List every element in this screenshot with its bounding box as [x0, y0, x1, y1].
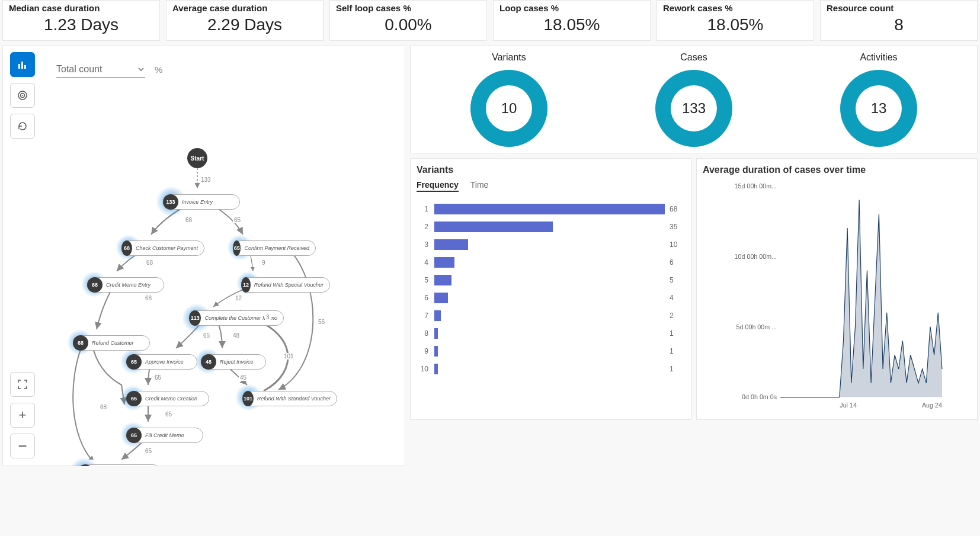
bar-row[interactable]: 5 5	[417, 271, 685, 289]
bar-value: 1	[670, 347, 685, 355]
bar-row[interactable]: 1 68	[417, 200, 685, 218]
kpi-title: Loop cases %	[499, 3, 644, 13]
bar-row[interactable]: 2 35	[417, 218, 685, 236]
donut-chart[interactable]: 133	[655, 70, 732, 147]
edge-label: 101	[283, 353, 295, 360]
donut-value: 133	[682, 100, 706, 117]
minus-icon: −	[18, 437, 27, 455]
svg-rect-2	[24, 65, 26, 69]
bar-value: 1	[670, 365, 685, 373]
edge-label: 45	[239, 374, 248, 381]
bar-value: 1	[670, 329, 685, 338]
svg-text:0d 0h 0m 0s: 0d 0h 0m 0s	[742, 394, 777, 401]
edge-label: 68	[184, 217, 193, 223]
bar-track	[434, 275, 665, 285]
bar-index: 10	[417, 365, 428, 373]
bar-track	[434, 346, 665, 357]
bar-chart-icon	[17, 59, 28, 70]
edge-label: 65	[164, 411, 173, 418]
donut-value: 10	[501, 100, 517, 117]
fullscreen-icon	[18, 380, 27, 389]
refresh-button[interactable]	[10, 114, 35, 139]
edge-label: 68	[144, 295, 153, 301]
edge-label: 68	[99, 404, 108, 410]
bar-row[interactable]: 9 1	[417, 342, 685, 360]
duration-line-chart[interactable]: 0d 0h 0m 0s5d 00h 00m ...10d 00h 00m...1…	[703, 180, 971, 411]
svg-text:10d 00h 00m...: 10d 00h 00m...	[735, 253, 777, 260]
node-reject-invoice[interactable]: 48Reject Invoice	[201, 354, 266, 370]
target-button[interactable]	[10, 83, 35, 108]
bar-value: 4	[670, 294, 685, 302]
donut-variants: Variants 10	[470, 52, 547, 147]
node-confirm-payment-received[interactable]: 65Confirm Payment Received	[233, 240, 316, 256]
tab-frequency[interactable]: Frequency	[417, 180, 459, 192]
target-icon	[17, 90, 28, 101]
process-flow-area[interactable]: Start 133Invoice Entry 68Check Customer …	[44, 82, 399, 460]
kpi-title: Median case duration	[9, 3, 153, 13]
node-approve-invoice[interactable]: 65Approve Invoice	[126, 354, 197, 370]
bar-fill	[434, 346, 438, 357]
node-credit-memo-creation[interactable]: 65Credit Memo Creation	[126, 391, 209, 406]
variants-panel: Variants Frequency Time 1 682 353 104 65…	[410, 158, 691, 420]
kpi-title: Resource count	[827, 3, 971, 13]
bar-row[interactable]: 3 10	[417, 236, 685, 253]
kpi-row: Median case duration 1.23 Days Average c…	[0, 0, 980, 46]
refresh-icon	[17, 121, 28, 131]
node-refund-customer[interactable]: 68Refund Customer	[73, 335, 150, 351]
bar-track	[434, 364, 665, 374]
node-check-customer-payment[interactable]: 68Check Customer Payment	[121, 240, 204, 256]
svg-text:Aug 24: Aug 24	[922, 402, 942, 409]
bar-value: 6	[670, 258, 685, 267]
bar-row[interactable]: 6 4	[417, 289, 685, 307]
zoom-in-button[interactable]: +	[10, 403, 35, 428]
bar-value: 10	[670, 240, 685, 249]
flow-start-node[interactable]: Start	[187, 148, 207, 168]
metric-dropdown[interactable]: Total count	[56, 62, 145, 78]
kpi-card-rework: Rework cases % 18.05%	[656, 0, 814, 41]
kpi-value: 2.29 Days	[172, 15, 317, 34]
bar-row[interactable]: 4 6	[417, 253, 685, 271]
bar-index: 2	[417, 223, 428, 231]
donut-chart[interactable]: 13	[840, 70, 917, 147]
bar-fill	[434, 257, 454, 268]
bar-track	[434, 222, 665, 232]
fullscreen-button[interactable]	[10, 372, 35, 397]
edge-label: 65	[233, 217, 242, 223]
donut-chart[interactable]: 10	[470, 70, 547, 147]
donut-cases: Cases 133	[655, 52, 732, 147]
node-reissuing-invoice[interactable]: 133Re-issuing the invoice	[78, 464, 161, 466]
bar-fill	[434, 328, 438, 339]
node-refund-special-voucher[interactable]: 12Refund With Special Voucher	[241, 277, 330, 293]
percent-toggle[interactable]: %	[155, 65, 162, 75]
zoom-out-button[interactable]: −	[10, 434, 35, 458]
kpi-title: Self loop cases %	[336, 3, 481, 13]
bar-row[interactable]: 8 1	[417, 325, 685, 342]
svg-rect-1	[21, 62, 23, 69]
kpi-card-average: Average case duration 2.29 Days	[166, 0, 324, 41]
node-refund-standard-voucher[interactable]: 101Refund With Standard Voucher	[242, 391, 337, 406]
kpi-card-loop: Loop cases % 18.05%	[493, 0, 651, 41]
variant-bar-chart[interactable]: 1 682 353 104 65 56 47 28 19 110 1	[417, 200, 685, 378]
bar-row[interactable]: 10 1	[417, 360, 685, 378]
edge-label: 48	[232, 332, 241, 339]
node-fill-credit-memo[interactable]: 65Fill Credit Memo	[126, 428, 203, 443]
kpi-title: Average case duration	[172, 3, 317, 13]
plus-icon: +	[19, 407, 27, 423]
donut-title: Variants	[470, 52, 547, 63]
kpi-card-selfloop: Self loop cases % 0.00%	[329, 0, 487, 41]
bar-index: 5	[417, 276, 428, 284]
donut-title: Cases	[655, 52, 732, 63]
view-mode-button[interactable]	[10, 52, 35, 77]
bar-value: 5	[670, 276, 685, 284]
metric-dropdown-label: Total count	[56, 64, 102, 75]
bar-index: 8	[417, 329, 428, 338]
bar-track	[434, 257, 665, 268]
bar-track	[434, 239, 665, 250]
edge-label: 3	[265, 314, 271, 320]
bar-row[interactable]: 7 2	[417, 307, 685, 325]
node-invoice-entry[interactable]: 133Invoice Entry	[163, 194, 240, 210]
node-credit-memo-entry[interactable]: 68Credit Memo Entry	[87, 277, 164, 293]
tab-time[interactable]: Time	[470, 180, 489, 192]
bar-index: 6	[417, 294, 428, 302]
bar-fill	[434, 222, 553, 232]
